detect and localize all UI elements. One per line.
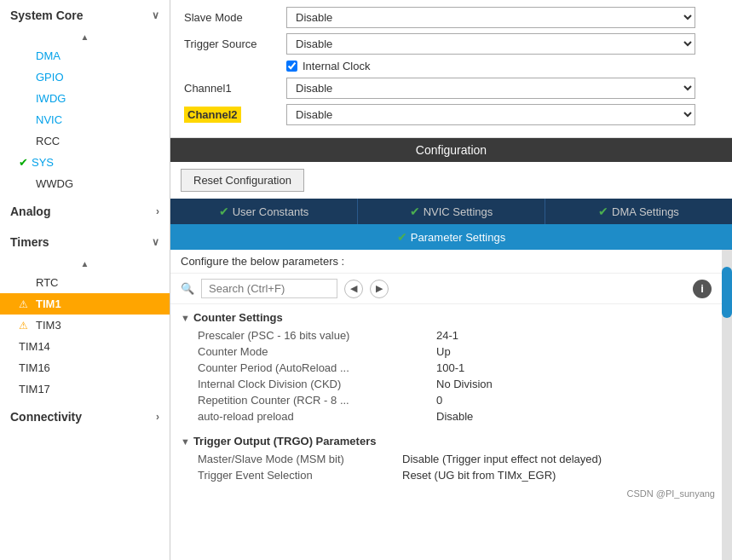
sidebar-item-gpio[interactable]: GPIO [0,66,170,88]
tab-dma-settings[interactable]: ✔ DMA Settings [545,199,732,224]
active-tab-row: ✔ Parameter Settings [170,224,732,250]
timers-items: RTC ⚠ TIM1 ⚠ TIM3 TIM14 TIM16 TIM17 [0,270,170,401]
sidebar-item-tim14[interactable]: TIM14 [0,336,170,357]
param-autoreload: auto-reload preload Disable [198,408,712,424]
prev-btn[interactable]: ◀ [344,280,363,298]
sidebar-item-tim16[interactable]: TIM16 [0,357,170,378]
sidebar-section-analog[interactable]: Analog › [0,196,170,227]
sidebar-item-rcc[interactable]: RCC [0,130,170,152]
config-toolbar: Reset Configuration [170,162,732,199]
counter-settings-collapse: ▼ [181,313,190,323]
watermark: CSDN @PI_sunyang [170,487,722,500]
param-trigger-event: Trigger Event Selection Reset (UG bit fr… [198,467,712,483]
info-button[interactable]: i [693,280,712,298]
sidebar-item-nvic[interactable]: NVIC [0,109,170,130]
sidebar-item-tim17[interactable]: TIM17 [0,378,170,400]
connectivity-chevron: › [156,411,159,423]
channel1-row: Channel1 Disable [184,78,718,99]
scrollbar-thumb[interactable] [722,267,732,318]
sidebar-item-iwdg[interactable]: IWDG [0,88,170,109]
sidebar-section-connectivity[interactable]: Connectivity › [0,401,170,432]
analog-chevron: › [156,205,159,217]
channel2-row: Channel2 Disable [184,104,718,125]
trigger-source-label: Trigger Source [184,38,286,50]
search-input[interactable] [201,279,337,298]
slave-mode-select[interactable]: Disable [286,7,695,28]
nvic-settings-check: ✔ [410,205,420,218]
timers-scroll-arrow: ▲ [0,257,170,270]
channel1-select[interactable]: Disable [286,78,695,99]
counter-settings-group: ▼ Counter Settings Prescaler (PSC - 16 b… [170,304,722,428]
channel2-highlight: Channel2 [184,107,241,123]
timers-label: Timers [10,235,49,249]
tim1-warning-icon: ⚠ [19,298,32,310]
params-content: Configure the below parameters : 🔍 ◀ ▶ i… [170,250,722,560]
channel2-select[interactable]: Disable [286,104,695,125]
param-prescaler: Prescaler (PSC - 16 bits value) 24-1 [198,327,712,344]
slave-mode-label: Slave Mode [184,11,286,24]
sidebar-item-tim1[interactable]: ⚠ TIM1 [0,293,170,315]
scroll-arrow-up: ▲ [0,31,170,43]
channel2-label: Channel2 [184,108,286,121]
system-core-items: DMA GPIO IWDG NVIC RCC ✔ SYS WWDG [0,43,170,196]
sidebar-section-system-core[interactable]: System Core ∨ [0,0,170,31]
slave-mode-row: Slave Mode Disable [184,7,718,28]
main-content: Slave Mode Disable Trigger Source Disabl… [170,0,732,560]
tabs-row: ✔ User Constants ✔ NVIC Settings ✔ DMA S… [170,199,732,224]
search-bar: 🔍 ◀ ▶ i [170,274,722,304]
dma-settings-check: ✔ [598,205,608,218]
connectivity-label: Connectivity [10,410,82,424]
sidebar-item-wwdg[interactable]: WWDG [0,173,170,194]
tab-parameter-settings[interactable]: ✔ Parameter Settings [170,224,732,250]
trigger-source-row: Trigger Source Disable [184,33,718,55]
reset-config-button[interactable]: Reset Configuration [181,169,304,192]
tab-nvic-settings-label: NVIC Settings [424,205,493,218]
config-title: Configuration [416,143,487,157]
internal-clock-row: Internal Clock [286,60,718,72]
param-msm: Master/Slave Mode (MSM bit) Disable (Tri… [198,451,712,467]
config-header: Configuration [170,138,732,162]
sidebar: System Core ∨ ▲ DMA GPIO IWDG NVIC RCC ✔… [0,0,170,560]
trigger-source-select[interactable]: Disable [286,33,695,55]
tab-parameter-settings-label: Parameter Settings [411,231,505,244]
trigger-output-rows: Master/Slave Mode (MSM bit) Disable (Tri… [181,451,712,483]
trigger-output-title[interactable]: ▼ Trigger Output (TRGO) Parameters [181,431,712,451]
param-settings-check: ✔ [397,230,407,244]
sidebar-section-timers[interactable]: Timers ∨ [0,227,170,257]
trigger-output-collapse: ▼ [181,436,190,447]
param-counter-period: Counter Period (AutoReload ... 100-1 [198,360,712,376]
next-btn[interactable]: ▶ [370,280,389,298]
channel1-label: Channel1 [184,82,286,95]
tab-user-constants[interactable]: ✔ User Constants [170,199,358,224]
sidebar-item-tim3[interactable]: ⚠ TIM3 [0,315,170,336]
config-section: Configuration Reset Configuration ✔ User… [170,138,732,560]
tab-nvic-settings[interactable]: ✔ NVIC Settings [358,199,545,224]
search-icon: 🔍 [181,282,194,295]
params-hint: Configure the below parameters : [170,250,722,274]
params-area: Configure the below parameters : 🔍 ◀ ▶ i… [170,250,732,560]
system-core-chevron: ∨ [152,9,159,21]
counter-settings-title[interactable]: ▼ Counter Settings [181,308,712,327]
tab-dma-settings-label: DMA Settings [612,205,679,218]
timers-chevron: ∨ [152,236,159,248]
sidebar-item-sys[interactable]: ✔ SYS [0,152,170,173]
counter-settings-rows: Prescaler (PSC - 16 bits value) 24-1 Cou… [181,327,712,424]
sidebar-item-dma[interactable]: DMA [0,45,170,66]
scrollbar-track[interactable] [722,250,732,560]
tab-user-constants-label: User Constants [233,205,309,218]
param-ckd: Internal Clock Division (CKD) No Divisio… [198,376,712,392]
system-core-label: System Core [10,9,84,22]
param-counter-mode: Counter Mode Up [198,344,712,360]
sidebar-item-rtc[interactable]: RTC [0,272,170,293]
top-form: Slave Mode Disable Trigger Source Disabl… [170,0,732,138]
trigger-output-group: ▼ Trigger Output (TRGO) Parameters Maste… [170,428,722,487]
analog-label: Analog [10,205,50,218]
internal-clock-label: Internal Clock [303,60,370,72]
param-rcr: Repetition Counter (RCR - 8 ... 0 [198,392,712,408]
sys-check-icon: ✔ [19,156,28,169]
tim3-warning-icon: ⚠ [19,320,32,332]
internal-clock-checkbox[interactable] [286,61,297,72]
user-constants-check: ✔ [219,205,229,218]
